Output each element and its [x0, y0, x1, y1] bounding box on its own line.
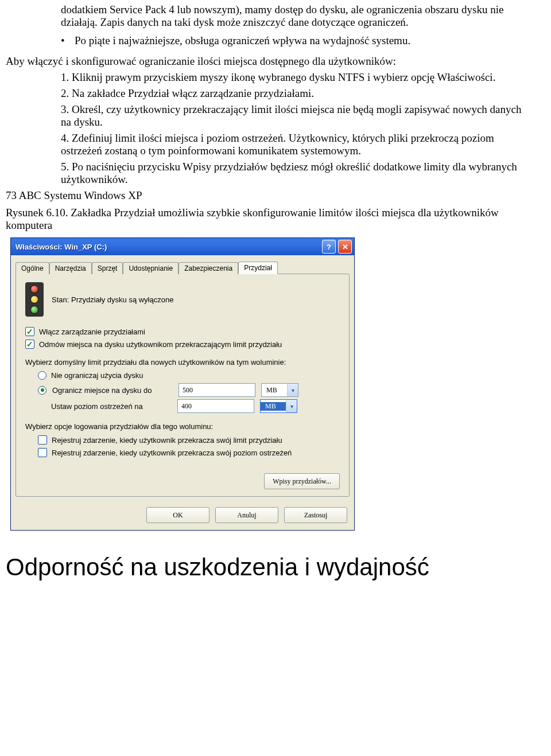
checkbox-deny-over-limit[interactable]: [25, 340, 34, 349]
help-button[interactable]: ?: [322, 240, 336, 254]
checkbox-enable-quota-label: Włącz zarządzanie przydziałami: [39, 328, 145, 336]
radio-no-limit-label: Nie ograniczaj użycia dysku: [51, 371, 143, 380]
bullet-item: • Po piąte i najważniejsze, obsługa ogra…: [61, 34, 534, 47]
checkbox-log-over-warning-label: Rejestruj zdarzenie, kiedy użytkownik pr…: [52, 449, 292, 457]
bullet-text: Po piąte i najważniejsze, obsługa ograni…: [75, 34, 534, 47]
traffic-light-icon: [25, 282, 44, 317]
step-5: 5. Po naciśnięciu przycisku Wpisy przydz…: [61, 161, 534, 186]
step-3: 3. Określ, czy użytkownicy przekraczając…: [61, 103, 534, 128]
tab-sprzet[interactable]: Sprzęt: [92, 262, 123, 274]
checkbox-log-over-warning[interactable]: [38, 448, 47, 457]
logging-text: Wybierz opcje logowania przydziałów dla …: [25, 422, 340, 431]
quota-entries-button[interactable]: Wpisy przydziałów...: [264, 473, 340, 489]
quota-status-text: Stan: Przydziały dysku są wyłączone: [52, 295, 173, 304]
step-1: 1. Kliknij prawym przyciskiem myszy ikon…: [61, 71, 534, 84]
checkbox-enable-quota[interactable]: [25, 327, 34, 336]
radio-no-limit[interactable]: [38, 371, 46, 380]
step-2: 2. Na zakładce Przydział włącz zarządzan…: [61, 87, 534, 100]
limit-value-input[interactable]: 500: [179, 383, 255, 397]
tab-strip: Ogólne Narzędzia Sprzęt Udostępnianie Za…: [11, 255, 354, 274]
close-button[interactable]: ✕: [338, 240, 352, 254]
chevron-down-icon: ▾: [286, 400, 297, 412]
tab-zabezpieczenia[interactable]: Zabezpieczenia: [179, 262, 238, 274]
paragraph-service-pack: dodatkiem Service Pack 4 lub nowszym), m…: [61, 3, 534, 29]
ok-button[interactable]: OK: [146, 507, 209, 523]
warning-unit-combo[interactable]: MB ▾: [260, 399, 297, 413]
section-heading: Odporność na uszkodzenia i wydajność: [6, 554, 545, 581]
figure-caption: Rysunek 6.10. Zakładka Przydział umożliw…: [6, 206, 545, 232]
bullet-marker: •: [61, 34, 75, 47]
checkbox-deny-over-limit-label: Odmów miejsca na dysku użytkownikom prze…: [39, 340, 282, 349]
titlebar[interactable]: Właściwości: Win_XP (C:) ? ✕: [11, 238, 354, 255]
warning-value-input[interactable]: 400: [177, 399, 254, 413]
step-4: 4. Zdefiniuj limit ilości miejsca i pozi…: [61, 132, 534, 157]
tab-ogolne[interactable]: Ogólne: [15, 262, 49, 274]
apply-button[interactable]: Zastosuj: [284, 507, 347, 523]
checkbox-log-over-limit[interactable]: [38, 435, 47, 445]
dialog-button-row: OK Anuluj Zastosuj: [11, 502, 354, 530]
quota-panel: Stan: Przydziały dysku są wyłączone Włąc…: [15, 274, 350, 497]
default-limit-text: Wybierz domyślny limit przydziału dla no…: [25, 358, 340, 367]
limit-unit-value: MB: [262, 386, 287, 395]
radio-limit-disk[interactable]: [38, 386, 46, 395]
checkbox-log-over-limit-label: Rejestruj zdarzenie, kiedy użytkownik pr…: [52, 436, 282, 445]
warning-level-label: Ustaw poziom ostrzeżeń na: [51, 402, 160, 411]
titlebar-title: Właściwości: Win_XP (C:): [15, 243, 320, 251]
properties-dialog: Właściwości: Win_XP (C:) ? ✕ Ogólne Narz…: [10, 237, 355, 531]
cancel-button[interactable]: Anuluj: [215, 507, 278, 523]
tab-przydzial[interactable]: Przydział: [238, 262, 278, 274]
warning-unit-value: MB: [261, 402, 286, 411]
radio-limit-disk-label: Ogranicz miejsce na dysku do: [52, 386, 161, 395]
tab-udostepnianie[interactable]: Udostępnianie: [123, 262, 179, 274]
page-line: 73 ABC Systemu Windows XP: [6, 189, 545, 202]
limit-unit-combo[interactable]: MB ▾: [261, 383, 298, 397]
chevron-down-icon: ▾: [287, 384, 298, 396]
tab-narzedzia[interactable]: Narzędzia: [49, 262, 92, 274]
intro-paragraph: Aby włączyć i skonfigurować ograniczanie…: [6, 55, 545, 68]
